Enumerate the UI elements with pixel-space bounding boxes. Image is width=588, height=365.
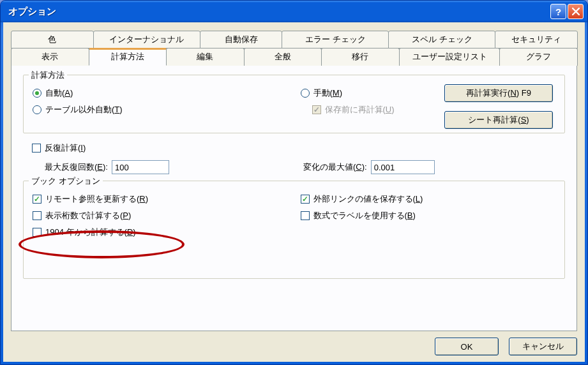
dialog-buttons: OK キャンセル [11, 338, 577, 355]
help-icon[interactable]: ? [550, 4, 566, 19]
cancel-button[interactable]: キャンセル [509, 338, 577, 355]
max-change-input[interactable] [371, 160, 435, 174]
max-iter-label: 最大反復回数(E): [45, 161, 108, 173]
tab-color[interactable]: 色 [11, 31, 94, 48]
checkbox-save-ext-links-label: 外部リンクの値を保存する(L) [313, 193, 423, 205]
radio-auto[interactable] [33, 89, 41, 98]
ok-button[interactable]: OK [435, 338, 499, 355]
client-area: 色 インターナショナル 自動保存 エラー チェック スペル チェック セキュリテ… [3, 22, 585, 362]
recalc-now-button[interactable]: 再計算実行(N) F9 [444, 84, 553, 102]
workbook-options-group: ブック オプション リモート参照を更新する(R) 表示桁数で計算する(P) [23, 181, 565, 279]
tab-edit[interactable]: 編集 [166, 48, 245, 66]
checkbox-1904-date[interactable] [33, 228, 41, 237]
tab-view[interactable]: 表示 [11, 48, 89, 66]
calc-method-group: 計算方法 自動(A) テーブル以外自動(T) [23, 75, 565, 133]
checkbox-remote-ref-label: リモート参照を更新する(R) [45, 193, 148, 205]
tab-international[interactable]: インターナショナル [93, 31, 200, 48]
checkbox-iteration-label: 反復計算(I) [45, 142, 86, 154]
tab-general[interactable]: 全般 [244, 48, 322, 66]
calc-method-title: 計算方法 [29, 70, 67, 81]
radio-auto-except-tables-label: テーブル以外自動(T) [45, 104, 123, 115]
tab-transition[interactable]: 移行 [321, 48, 400, 66]
checkbox-recalc-before-save [312, 105, 321, 114]
checkbox-precision-displayed[interactable] [33, 211, 41, 220]
radio-manual[interactable] [301, 89, 310, 98]
checkbox-labels-in-formulas[interactable] [301, 211, 310, 220]
titlebar: オプション ? [1, 1, 587, 22]
max-change-label: 変化の最大値(C): [303, 161, 367, 173]
options-dialog: オプション ? 色 インターナショナル 自動保存 エラー チェック スペル チェ… [0, 0, 588, 365]
workbook-options-title: ブック オプション [29, 175, 103, 187]
checkbox-labels-in-formulas-label: 数式でラベルを使用する(B) [313, 210, 416, 221]
tab-autosave[interactable]: 自動保存 [200, 31, 283, 48]
tab-security[interactable]: セキュリティ [495, 31, 578, 48]
tab-chart[interactable]: グラフ [499, 48, 578, 66]
radio-auto-except-tables[interactable] [33, 105, 41, 114]
tab-panel: 計算方法 自動(A) テーブル以外自動(T) [11, 66, 577, 331]
window-title: オプション [8, 6, 549, 18]
tab-spell-check[interactable]: スペル チェック [388, 31, 495, 48]
checkbox-save-ext-links[interactable] [301, 195, 310, 204]
tab-error-check[interactable]: エラー チェック [282, 31, 389, 48]
tab-calculation[interactable]: 計算方法 [89, 48, 167, 66]
checkbox-iteration[interactable] [32, 144, 41, 153]
checkbox-recalc-before-save-label: 保存前に再計算(U) [325, 104, 395, 115]
tab-custom-lists[interactable]: ユーザー設定リスト [399, 48, 501, 66]
checkbox-precision-displayed-label: 表示桁数で計算する(P) [45, 210, 131, 221]
checkbox-1904-date-label: 1904 年から計算する(D) [45, 227, 136, 238]
close-icon[interactable] [568, 4, 584, 19]
max-iter-input[interactable] [112, 160, 169, 174]
recalc-sheet-button[interactable]: シート再計算(S) [444, 111, 553, 129]
tabs: 色 インターナショナル 自動保存 エラー チェック スペル チェック セキュリテ… [11, 30, 577, 66]
radio-auto-label: 自動(A) [45, 87, 73, 99]
checkbox-remote-ref[interactable] [33, 195, 41, 204]
radio-manual-label: 手動(M) [313, 87, 343, 99]
